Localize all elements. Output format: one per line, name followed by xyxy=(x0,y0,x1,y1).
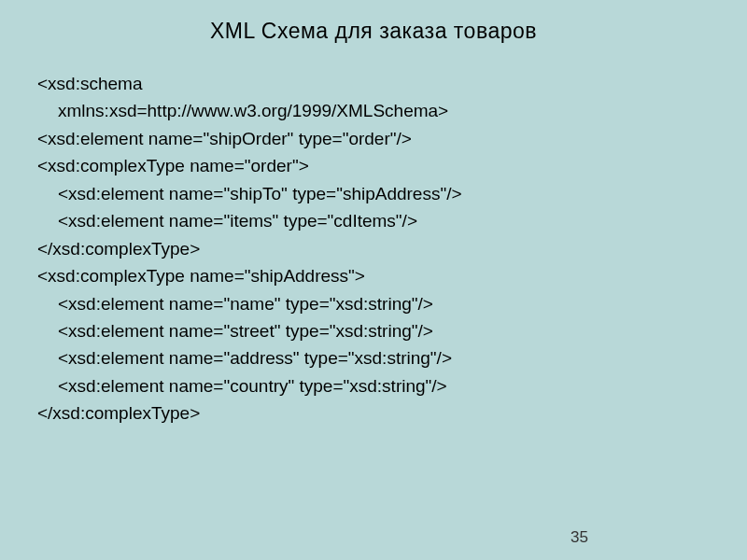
code-line: <xsd:element name="shipTo" type="shipAdd… xyxy=(37,180,710,207)
code-line: xmlns:xsd=http://www.w3.org/1999/XMLSche… xyxy=(37,97,710,124)
code-line: <xsd:element name="name" type="xsd:strin… xyxy=(37,290,710,317)
code-block: <xsd:schema xmlns:xsd=http://www.w3.org/… xyxy=(37,70,710,427)
code-line: <xsd:element name="items" type="cdItems"… xyxy=(37,207,710,234)
code-line: <xsd:schema xyxy=(37,70,710,97)
code-line: <xsd:element name="street" type="xsd:str… xyxy=(37,317,710,344)
code-line: </xsd:complexType> xyxy=(37,235,710,262)
code-line: <xsd:complexType name="order"> xyxy=(37,152,710,179)
code-line: <xsd:complexType name="shipAddress"> xyxy=(37,262,710,289)
code-line: <xsd:element name="address" type="xsd:st… xyxy=(37,344,710,371)
slide-title: XML Схема для заказа товаров xyxy=(37,19,710,44)
code-line: <xsd:element name="country" type="xsd:st… xyxy=(37,372,710,399)
code-line: <xsd:element name="shipOrder" type="orde… xyxy=(37,125,710,152)
code-line: </xsd:complexType> xyxy=(37,399,710,427)
page-number: 35 xyxy=(571,528,588,547)
